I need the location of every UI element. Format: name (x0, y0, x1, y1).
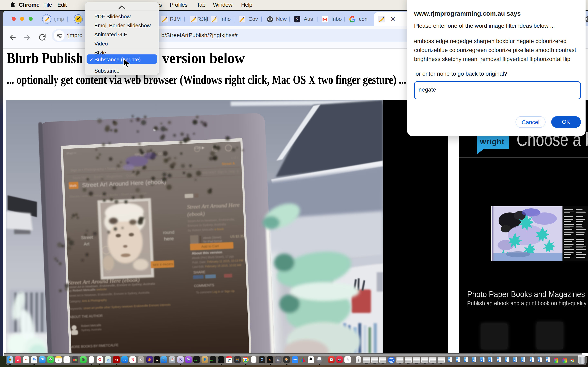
svg-text:blurb: blurb (70, 184, 77, 187)
svg-text:Street: Street (81, 235, 93, 240)
svg-text:Art: Art (84, 241, 89, 247)
svg-text:round: round (163, 230, 174, 235)
svg-text:SHARE: SHARE (193, 270, 205, 275)
svg-text:here: here (164, 236, 174, 242)
svg-text:Add to Cart: Add to Cart (201, 244, 219, 249)
svg-text:Street A: Street A (222, 161, 235, 166)
svg-text:1 of 1: 1 of 1 (231, 156, 239, 160)
svg-text:iPad ⚯: iPad ⚯ (67, 151, 76, 155)
svg-text:US $3.35: US $3.35 (230, 234, 244, 239)
svg-text:(ebook): (ebook) (187, 210, 205, 217)
